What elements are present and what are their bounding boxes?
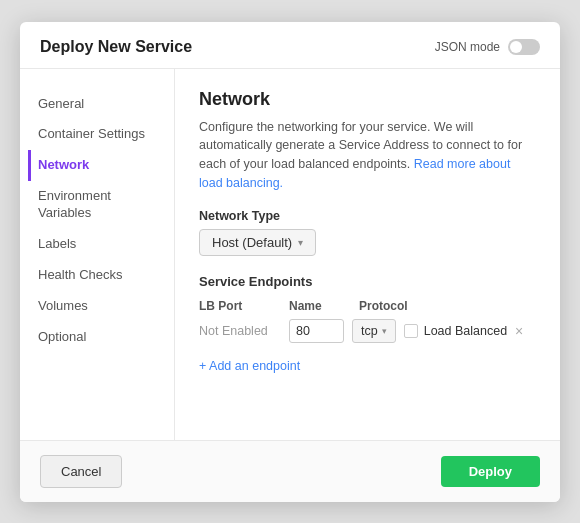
- sidebar-item-optional[interactable]: Optional: [38, 322, 174, 353]
- name-input[interactable]: [289, 319, 344, 343]
- modal-body: General Container Settings Network Envir…: [20, 69, 560, 440]
- main-content: Network Configure the networking for you…: [175, 69, 560, 440]
- sidebar: General Container Settings Network Envir…: [20, 69, 175, 440]
- delete-endpoint-button[interactable]: ×: [515, 324, 523, 338]
- json-mode-toggle[interactable]: [508, 39, 540, 55]
- sidebar-item-volumes[interactable]: Volumes: [38, 291, 174, 322]
- sidebar-item-container-settings[interactable]: Container Settings: [38, 119, 174, 150]
- endpoints-header: LB Port Name Protocol: [199, 299, 536, 313]
- load-balanced-checkbox[interactable]: [404, 324, 418, 338]
- modal-title: Deploy New Service: [40, 38, 192, 56]
- col-header-protocol: Protocol: [359, 299, 429, 313]
- sidebar-item-environment-variables[interactable]: Environment Variables: [38, 181, 174, 229]
- section-title: Network: [199, 89, 536, 110]
- sidebar-item-network[interactable]: Network: [28, 150, 174, 181]
- json-mode-label: JSON mode: [435, 40, 500, 54]
- section-description: Configure the networking for your servic…: [199, 118, 536, 193]
- protocol-dropdown[interactable]: tcp ▾: [352, 319, 396, 343]
- modal-header: Deploy New Service JSON mode: [20, 22, 560, 69]
- sidebar-item-health-checks[interactable]: Health Checks: [38, 260, 174, 291]
- network-type-label: Network Type: [199, 209, 536, 223]
- sidebar-item-labels[interactable]: Labels: [38, 229, 174, 260]
- col-header-lb-port: LB Port: [199, 299, 289, 313]
- deploy-modal: Deploy New Service JSON mode General Con…: [20, 22, 560, 502]
- add-endpoint-link[interactable]: + Add an endpoint: [199, 359, 300, 373]
- col-header-name: Name: [289, 299, 359, 313]
- protocol-value: tcp: [361, 324, 378, 338]
- modal-footer: Cancel Deploy: [20, 440, 560, 502]
- cancel-button[interactable]: Cancel: [40, 455, 122, 488]
- load-balanced-label: Load Balanced: [424, 324, 507, 338]
- service-endpoints-label: Service Endpoints: [199, 274, 536, 289]
- endpoint-row: Not Enabled tcp ▾ Load Balanced ×: [199, 319, 536, 343]
- network-type-select-container: Host (Default) ▾: [199, 229, 536, 256]
- network-type-dropdown[interactable]: Host (Default) ▾: [199, 229, 316, 256]
- sidebar-item-general[interactable]: General: [38, 89, 174, 120]
- protocol-chevron-icon: ▾: [382, 326, 387, 336]
- load-balanced-row: Load Balanced: [404, 324, 507, 338]
- chevron-down-icon: ▾: [298, 237, 303, 248]
- network-type-value: Host (Default): [212, 235, 292, 250]
- deploy-button[interactable]: Deploy: [441, 456, 540, 487]
- lb-port-value: Not Enabled: [199, 324, 289, 338]
- json-mode-row: JSON mode: [435, 39, 540, 55]
